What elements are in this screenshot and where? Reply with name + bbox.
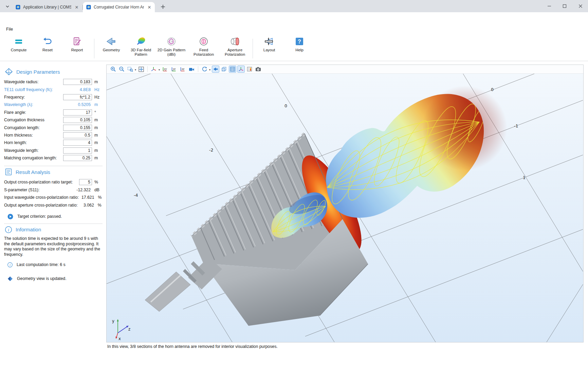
tab-title: Corrugated Circular Horn Anten bbox=[94, 5, 144, 10]
feed-polarization-button[interactable]: Feed Polarization bbox=[189, 36, 218, 60]
svg-text:?: ? bbox=[298, 39, 301, 45]
geometry-diamond-icon bbox=[7, 276, 13, 281]
matching-corrugation-length-input[interactable] bbox=[63, 155, 92, 161]
view-yz-icon: yz bbox=[171, 66, 177, 72]
comsol-favicon bbox=[16, 5, 20, 10]
section-title: Result Analysis bbox=[16, 169, 50, 175]
frequency-input[interactable] bbox=[63, 94, 92, 100]
waveguide-radius-input[interactable] bbox=[63, 79, 92, 85]
minimize-button[interactable] bbox=[544, 2, 554, 10]
zoom-out-button[interactable] bbox=[118, 66, 125, 73]
tab-search-button[interactable] bbox=[3, 2, 12, 11]
layout-icon bbox=[264, 36, 275, 47]
plus-icon bbox=[161, 4, 165, 9]
waveguide-length-input[interactable] bbox=[63, 147, 92, 154]
coordinate-triad: y z x bbox=[112, 319, 130, 341]
close-window-button[interactable] bbox=[575, 2, 586, 10]
zoom-out-icon bbox=[119, 66, 125, 72]
scene-light-button[interactable] bbox=[188, 66, 196, 73]
horn-thickness-input[interactable] bbox=[63, 132, 92, 138]
farfield-pattern-button[interactable]: 3D Far-field Pattern bbox=[126, 36, 155, 60]
cross-polarization-target-input[interactable] bbox=[79, 179, 92, 185]
tab-title: Application Library | COMSOL S bbox=[23, 5, 71, 10]
maximize-button[interactable] bbox=[559, 2, 570, 10]
geometry-button[interactable]: Geometry bbox=[98, 36, 125, 60]
zoom-extents-button[interactable] bbox=[137, 66, 145, 73]
close-icon bbox=[578, 4, 583, 8]
report-button[interactable]: Report bbox=[65, 36, 89, 60]
zoom-in-icon bbox=[110, 66, 116, 72]
transparency-toggle[interactable] bbox=[220, 66, 228, 73]
view-xy-button[interactable]: xy bbox=[161, 66, 169, 73]
dropdown-caret-icon[interactable]: ▾ bbox=[135, 68, 136, 71]
axes-icon bbox=[238, 66, 244, 72]
result-row: S-parameter (S11): -12.322 dB bbox=[4, 186, 103, 194]
result-row: Output aperture cross-polarization ratio… bbox=[4, 201, 103, 209]
status-text: Target criterion: passed. bbox=[17, 214, 62, 219]
svg-text:1: 1 bbox=[523, 175, 526, 180]
file-menu[interactable]: File bbox=[5, 26, 14, 32]
aperture-polarization-button[interactable]: Aperture Polarization bbox=[221, 36, 249, 60]
tab-close-icon[interactable]: ✕ bbox=[147, 4, 152, 10]
info-small-icon: i bbox=[7, 262, 13, 267]
svg-text:i: i bbox=[10, 263, 11, 267]
reset-icon bbox=[42, 36, 53, 47]
status-text: Geometry view is updated. bbox=[17, 276, 67, 281]
view-xz-icon: xz bbox=[180, 66, 186, 72]
design-parameters-icon bbox=[5, 68, 13, 75]
svg-text:x: x bbox=[118, 336, 121, 341]
zoom-in-button[interactable] bbox=[109, 66, 117, 73]
svg-text:xz: xz bbox=[181, 67, 184, 71]
camera-icon bbox=[255, 66, 261, 72]
ribbon-divider bbox=[253, 39, 253, 58]
svg-text:i: i bbox=[8, 227, 9, 232]
gain-pattern-button[interactable]: 2D Gain Pattern (dBi) bbox=[156, 36, 187, 60]
parameters-sidebar: Design Parameters Waveguide radius: m TE… bbox=[0, 64, 106, 283]
zoom-box-icon bbox=[127, 66, 133, 72]
view-xy-icon: xy bbox=[162, 66, 168, 72]
2d-gain-icon bbox=[166, 36, 177, 47]
dropdown-caret-icon[interactable]: ▾ bbox=[159, 68, 160, 71]
rotate-view-button[interactable] bbox=[201, 66, 208, 73]
default-view-button[interactable] bbox=[150, 66, 158, 73]
svg-text:z: z bbox=[128, 327, 130, 332]
aperture-polarization-icon bbox=[229, 36, 240, 47]
snapshot-button[interactable] bbox=[254, 66, 262, 73]
new-tab-button[interactable] bbox=[159, 3, 167, 11]
tab-close-icon[interactable]: ✕ bbox=[74, 4, 79, 10]
result-row: Output cross-polarization ratio target: … bbox=[4, 178, 103, 186]
compute-button[interactable]: Compute bbox=[6, 36, 31, 60]
parameter-row: TE11 cutoff frequency (fc): 4.8E8 Hz bbox=[4, 86, 103, 93]
view-xz-button[interactable]: xz bbox=[179, 66, 187, 73]
legend-toggle[interactable] bbox=[246, 66, 253, 73]
tab-strip: Application Library | COMSOL S ✕ Corruga… bbox=[0, 0, 588, 12]
view-yz-button[interactable]: yz bbox=[170, 66, 178, 73]
feed-polarization-icon bbox=[198, 36, 209, 47]
show-geometry-toggle[interactable] bbox=[212, 66, 219, 73]
parameter-row: Corrugation length: m bbox=[4, 124, 103, 131]
result-analysis-header: Result Analysis bbox=[5, 168, 103, 176]
zoom-box-button[interactable] bbox=[126, 66, 134, 73]
parameter-row: Corrugation thickness m bbox=[4, 116, 103, 124]
graphics-viewport[interactable]: 0 -2 -4 0 -1 1 bbox=[107, 74, 583, 342]
corrugation-thickness-input[interactable] bbox=[63, 117, 92, 123]
corrugation-length-input[interactable] bbox=[63, 125, 92, 131]
result-row: Input waveguide cross-polarization ratio… bbox=[4, 194, 103, 201]
minimize-icon bbox=[547, 4, 551, 8]
ribbon-divider bbox=[94, 39, 94, 58]
geometry-updated-status: Geometry view is updated. bbox=[7, 276, 103, 281]
play-status-icon bbox=[7, 214, 13, 219]
tab-application-library[interactable]: Application Library | COMSOL S ✕ bbox=[12, 2, 82, 12]
horn-toggle-icon bbox=[213, 66, 219, 72]
flare-angle-input[interactable] bbox=[63, 109, 92, 116]
horn-length-input[interactable] bbox=[63, 140, 92, 146]
axes-toggle[interactable] bbox=[237, 66, 245, 73]
reset-button[interactable]: Reset bbox=[35, 36, 60, 60]
layout-button[interactable]: Layout bbox=[257, 36, 281, 60]
dropdown-caret-icon[interactable]: ▾ bbox=[209, 68, 210, 71]
grid-toggle[interactable] bbox=[229, 66, 236, 73]
tab-horn-antenna[interactable]: Corrugated Circular Horn Anten ✕ bbox=[83, 2, 155, 12]
help-button[interactable]: ? Help bbox=[289, 36, 310, 60]
toolbar-divider bbox=[198, 66, 198, 72]
chevron-down-icon bbox=[5, 4, 10, 8]
